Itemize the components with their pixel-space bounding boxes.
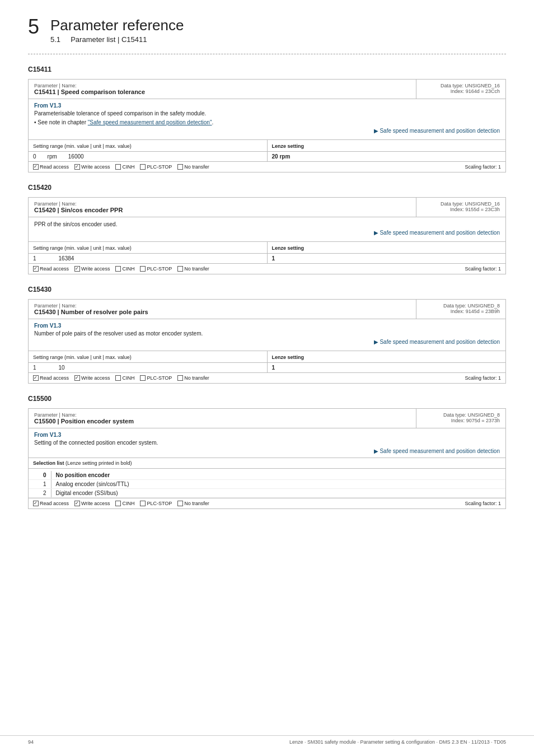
index-label-c15430: Index: 9145d = 23B9h bbox=[422, 309, 500, 314]
param-data-type-c15500: Data type: UNSIGNED_8 Index: 9075d = 237… bbox=[416, 409, 505, 428]
plcstop-c15430: PLC-STOP bbox=[140, 375, 172, 381]
selection-list-header-c15500: Selection list (Lenze setting printed in… bbox=[29, 458, 505, 469]
data-type-label-c15500: Data type: UNSIGNED_8 bbox=[422, 412, 500, 418]
lenze-setting-title-c15411: Lenze setting bbox=[272, 143, 305, 149]
val-max-c15430: 10 bbox=[59, 365, 65, 371]
index-label-c15500: Index: 9075d = 2373h bbox=[422, 418, 500, 423]
page-header: 5 Parameter reference 5.1 Parameter list… bbox=[28, 17, 506, 44]
setting-values-row-c15420: 1 16384 1 bbox=[29, 254, 505, 264]
section-heading-c15411: C15411 bbox=[28, 66, 506, 73]
param-body-c15430: From V1.3 Number of pole pairs of the re… bbox=[29, 319, 505, 348]
selection-val-0: 0 bbox=[29, 471, 51, 480]
param-label-c15420: Parameter | Name: bbox=[34, 201, 410, 207]
section-heading-c15500: C15500 bbox=[28, 395, 506, 403]
selection-table-c15500: 0 No position encoder 1 Analog encoder (… bbox=[29, 471, 505, 498]
param-desc1-c15411: Parameterisable tolerance of speed compa… bbox=[34, 110, 500, 118]
lenze-setting-title-c15430: Lenze setting bbox=[272, 354, 305, 360]
param-label-c15430: Parameter | Name: bbox=[34, 303, 410, 309]
access-row-c15430: Read access Write access CINH PLC-STOP N… bbox=[29, 373, 505, 383]
section-divider bbox=[28, 54, 506, 54]
scaling-c15411: Scaling factor: 1 bbox=[465, 164, 501, 170]
data-type-label-c15430: Data type: UNSIGNED_8 bbox=[422, 303, 500, 309]
lenze-setting-cell-c15411: Lenze setting bbox=[268, 140, 506, 151]
lenze-val-c15420: 1 bbox=[272, 255, 275, 262]
plcstop-checkbox-c15500 bbox=[140, 501, 146, 506]
read-access-checkbox-c15430 bbox=[33, 375, 39, 381]
notransfer-c15430: No transfer bbox=[177, 375, 209, 381]
selection-item-0: 0 No position encoder bbox=[29, 471, 505, 480]
notransfer-checkbox-c15420 bbox=[177, 266, 183, 272]
val-max-c15420: 16384 bbox=[59, 255, 74, 262]
read-access-checkbox-c15420 bbox=[33, 266, 39, 272]
cinh-c15500: CINH bbox=[115, 501, 134, 506]
scaling-c15500: Scaling factor: 1 bbox=[465, 501, 501, 506]
safe-speed-link-c15500[interactable]: Safe speed measurement and position dete… bbox=[34, 448, 500, 454]
param-name-area-c15430: Parameter | Name: C15430 | Number of res… bbox=[29, 300, 416, 319]
param-body-c15420: PPR of the sin/cos encoder used. Safe sp… bbox=[29, 217, 505, 239]
write-access-c15420: Write access bbox=[74, 266, 110, 272]
param-name-c15411: C15411 | Speed comparison tolerance bbox=[34, 88, 410, 95]
param-block-c15420: Parameter | Name: C15420 | Sin/cos encod… bbox=[28, 197, 506, 274]
cinh-checkbox-c15500 bbox=[115, 501, 121, 506]
param-name-area-c15500: Parameter | Name: C15500 | Position enco… bbox=[29, 409, 416, 428]
read-access-c15411: Read access bbox=[33, 164, 69, 170]
chapter-link-c15411[interactable]: "Safe speed measurement and position det… bbox=[88, 119, 212, 125]
setting-range-cell-c15420: Setting range (min. value | unit | max. … bbox=[29, 242, 268, 253]
subtitle-section: 5.1 bbox=[50, 35, 60, 44]
selection-label-0: No position encoder bbox=[51, 471, 505, 480]
cinh-checkbox-c15430 bbox=[115, 375, 121, 381]
param-desc1-c15430: Number of pole pairs of the resolver use… bbox=[34, 330, 500, 338]
setting-val-right-c15411: 20 rpm bbox=[268, 152, 506, 161]
safe-speed-link-c15430[interactable]: Safe speed measurement and position dete… bbox=[34, 339, 500, 345]
page-number: 94 bbox=[28, 739, 34, 745]
param-desc2-c15411: • See note in chapter "Safe speed measur… bbox=[34, 119, 500, 127]
setting-range-title-c15430: Setting range (min. value | unit | max. … bbox=[33, 354, 132, 360]
param-header-c15411: Parameter | Name: C15411 | Speed compari… bbox=[29, 80, 505, 99]
from-version-c15500: From V1.3 bbox=[34, 432, 500, 438]
from-version-c15411: From V1.3 bbox=[34, 102, 500, 109]
selection-val-2: 2 bbox=[29, 489, 51, 498]
safe-speed-link-c15420[interactable]: Safe speed measurement and position dete… bbox=[34, 230, 500, 236]
lenze-setting-cell-c15420: Lenze setting bbox=[268, 242, 506, 253]
setting-values-row-c15411: 0 rpm 16000 20 rpm bbox=[29, 152, 505, 162]
param-name-area-c15420: Parameter | Name: C15420 | Sin/cos encod… bbox=[29, 198, 416, 217]
cinh-c15411: CINH bbox=[115, 164, 134, 170]
plcstop-checkbox-c15430 bbox=[140, 375, 146, 381]
safe-speed-link-c15411[interactable]: Safe speed measurement and position dete… bbox=[34, 128, 500, 134]
data-type-label-c15420: Data type: UNSIGNED_16 bbox=[422, 201, 500, 207]
val-min-c15411: 0 bbox=[33, 153, 36, 160]
subtitle-text: Parameter list | C15411 bbox=[71, 35, 147, 44]
notransfer-checkbox-c15411 bbox=[177, 164, 183, 170]
param-label-c15411: Parameter | Name: bbox=[34, 83, 410, 88]
setting-row-c15430: Setting range (min. value | unit | max. … bbox=[29, 351, 505, 363]
index-label-c15420: Index: 9155d = 23C3h bbox=[422, 207, 500, 212]
read-access-checkbox-c15411 bbox=[33, 164, 39, 170]
param-name-c15430: C15430 | Number of resolver pole pairs bbox=[34, 309, 410, 315]
access-row-c15500: Read access Write access CINH PLC-STOP N… bbox=[29, 498, 505, 508]
setting-values-row-c15430: 1 10 1 bbox=[29, 363, 505, 373]
plcstop-c15411: PLC-STOP bbox=[140, 164, 172, 170]
cinh-checkbox-c15420 bbox=[115, 266, 121, 272]
notransfer-c15411: No transfer bbox=[177, 164, 209, 170]
setting-val-left-c15420: 1 16384 bbox=[29, 254, 268, 263]
val-unit-c15411: rpm bbox=[48, 153, 57, 160]
plcstop-c15500: PLC-STOP bbox=[140, 501, 172, 506]
from-version-c15430: From V1.3 bbox=[34, 323, 500, 329]
chapter-title: Parameter reference bbox=[50, 17, 184, 34]
param-data-type-c15430: Data type: UNSIGNED_8 Index: 9145d = 23B… bbox=[416, 300, 505, 319]
param-desc1-c15420: PPR of the sin/cos encoder used. bbox=[34, 221, 500, 228]
cinh-checkbox-c15411 bbox=[115, 164, 121, 170]
param-name-area-c15411: Parameter | Name: C15411 | Speed compari… bbox=[29, 80, 416, 99]
param-data-type-c15411: Data type: UNSIGNED_16 Index: 9164d = 23… bbox=[416, 80, 505, 99]
page-footer: 94 Lenze · SM301 safety module · Paramet… bbox=[0, 735, 534, 745]
param-header-c15500: Parameter | Name: C15500 | Position enco… bbox=[29, 409, 505, 428]
cinh-c15430: CINH bbox=[115, 375, 134, 381]
val-min-c15420: 1 bbox=[33, 255, 36, 262]
setting-range-cell-c15430: Setting range (min. value | unit | max. … bbox=[29, 351, 268, 362]
param-data-type-c15420: Data type: UNSIGNED_16 Index: 9155d = 23… bbox=[416, 198, 505, 217]
param-name-c15500: C15500 | Position encoder system bbox=[34, 418, 410, 424]
write-access-c15411: Write access bbox=[74, 164, 110, 170]
lenze-setting-title-c15420: Lenze setting bbox=[272, 245, 305, 251]
setting-range-title-c15411: Setting range (min. value | unit | max. … bbox=[33, 143, 132, 149]
plcstop-checkbox-c15411 bbox=[140, 164, 146, 170]
